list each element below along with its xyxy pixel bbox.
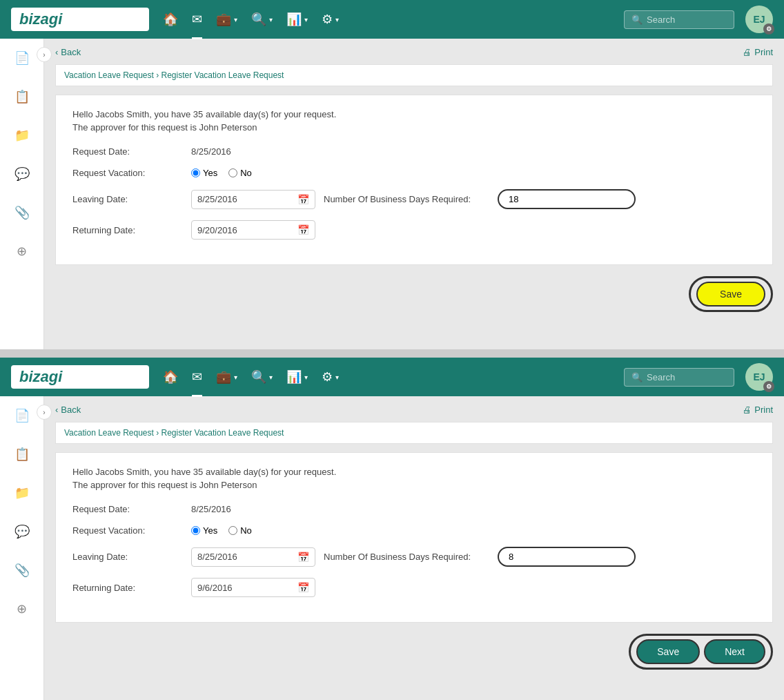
print-icon-1: 🖨: [743, 47, 752, 57]
avatar-gear-icon-1: ⚙: [763, 23, 774, 35]
sidebar-doc-icon-2[interactable]: 📄: [8, 402, 36, 429]
main-content-1: ‹ Back 🖨 Print Vacation Leave Request › …: [44, 39, 784, 349]
radio-no-1[interactable]: No: [228, 168, 252, 178]
breadcrumb-2: Vacation Leave Request › Register Vacati…: [55, 422, 773, 444]
leaving-date-label-1: Leaving Date:: [72, 194, 183, 204]
back-link-1[interactable]: ‹ Back: [55, 47, 81, 57]
navbar-2: bizagi 🏠 ✉ 💼 ▾ 🔍 ▾ 📊 ▾ ⚙ ▾ 🔍 EJ ⚙: [0, 358, 784, 396]
navbar-icons-2: 🏠 ✉ 💼 ▾ 🔍 ▾ 📊 ▾ ⚙ ▾: [163, 369, 624, 385]
radio-yes-1[interactable]: Yes: [191, 168, 217, 178]
sidebar-chat-icon-2[interactable]: 💬: [8, 518, 36, 545]
leaving-date-input-1[interactable]: 8/25/2016 📅: [191, 190, 315, 209]
sidebar-list-icon-2[interactable]: 📋: [8, 440, 36, 468]
leaving-date-row-2: Leaving Date: 8/25/2016 📅 Number Of Busi…: [72, 547, 756, 567]
request-vacation-row-1: Request Vacation: Yes No: [72, 168, 756, 178]
back-chevron-icon-1: ‹: [55, 47, 58, 57]
button-area-1: Save: [55, 276, 773, 312]
search-input-1[interactable]: [647, 14, 723, 25]
returning-date-input-1[interactable]: 9/20/2016 📅: [191, 220, 315, 240]
next-button[interactable]: Next: [704, 639, 765, 664]
briefcase-nav-icon-2[interactable]: 💼 ▾: [216, 369, 237, 385]
returning-date-label-1: Returning Date:: [72, 225, 183, 235]
calendar-icon-1: 📅: [297, 194, 309, 205]
print-link-1[interactable]: 🖨 Print: [743, 47, 773, 57]
avatar-2[interactable]: EJ ⚙: [745, 363, 773, 391]
layout-1: › 📄 📋 📁 💬 📎 ⊕ ‹ Back 🖨 Print Vacatio: [0, 39, 784, 349]
navbar-icons: 🏠 ✉ 💼 ▾ 🔍 ▾ 📊 ▾ ⚙ ▾: [163, 12, 624, 27]
bizagi-logo-2: bizagi: [11, 365, 149, 389]
business-days-label-1: Number Of Business Days Required:: [324, 194, 489, 204]
leaving-date-label-2: Leaving Date:: [72, 552, 183, 562]
print-icon-2: 🖨: [743, 405, 752, 415]
form-approver-2: The approver for this request is John Pe…: [72, 480, 756, 490]
request-date-label-2: Request Date:: [72, 504, 183, 514]
sidebar-chat-icon[interactable]: 💬: [8, 160, 36, 188]
sidebar-1: › 📄 📋 📁 💬 📎 ⊕: [0, 39, 44, 349]
request-vacation-row-2: Request Vacation: Yes No: [72, 525, 756, 536]
sidebar-toggle-1[interactable]: ›: [37, 47, 52, 62]
business-days-input-2[interactable]: [498, 547, 636, 567]
sidebar-list-icon[interactable]: 📋: [8, 83, 36, 110]
sidebar-attach-icon-2[interactable]: 📎: [8, 556, 36, 584]
request-date-value-1: 8/25/2016: [191, 146, 231, 157]
save-button-1[interactable]: Save: [696, 282, 765, 307]
inbox-nav-icon-2[interactable]: ✉: [192, 369, 202, 385]
briefcase-nav-icon[interactable]: 💼 ▾: [216, 12, 237, 27]
returning-date-row-1: Returning Date: 9/20/2016 📅: [72, 220, 756, 240]
calendar-icon-2: 📅: [297, 224, 309, 235]
bizagi-logo: bizagi: [11, 8, 149, 31]
search-box-2[interactable]: 🔍: [624, 368, 734, 387]
sidebar-network-icon[interactable]: ⊕: [8, 237, 36, 265]
home-nav-icon[interactable]: 🏠: [163, 12, 178, 27]
search-nav-icon-2[interactable]: 🔍 ▾: [251, 369, 273, 385]
radio-group-2: Yes No: [191, 525, 252, 536]
calendar-icon-3: 📅: [297, 552, 309, 563]
settings-nav-icon[interactable]: ⚙ ▾: [322, 12, 339, 27]
leaving-date-row-1: Leaving Date: 8/25/2016 📅 Number Of Busi…: [72, 189, 756, 209]
request-date-label-1: Request Date:: [72, 146, 183, 157]
sidebar-attach-icon[interactable]: 📎: [8, 199, 36, 226]
form-approver-1: The approver for this request is John Pe…: [72, 122, 756, 133]
section-divider: [0, 349, 784, 358]
layout-2: › 📄 📋 📁 💬 📎 ⊕ ‹ Back 🖨 Print Vacatio: [0, 396, 784, 700]
leaving-date-input-2[interactable]: 8/25/2016 📅: [191, 547, 315, 567]
sidebar-2: › 📄 📋 📁 💬 📎 ⊕: [0, 396, 44, 700]
avatar-gear-icon-2: ⚙: [763, 381, 774, 392]
returning-date-label-2: Returning Date:: [72, 583, 183, 593]
form-greeting-2: Hello Jacobs Smith, you have 35 availabl…: [72, 467, 756, 477]
returning-date-row-2: Returning Date: 9/6/2016 📅: [72, 578, 756, 597]
inbox-nav-icon[interactable]: ✉: [192, 12, 202, 27]
avatar-1[interactable]: EJ ⚙: [745, 6, 773, 33]
save-button-2[interactable]: Save: [636, 639, 700, 664]
topbar-1: ‹ Back 🖨 Print: [55, 47, 773, 57]
settings-nav-icon-2[interactable]: ⚙ ▾: [322, 369, 339, 385]
sidebar-doc-icon[interactable]: 📄: [8, 44, 36, 72]
back-link-2[interactable]: ‹ Back: [55, 405, 81, 415]
search-icon-1: 🔍: [631, 14, 643, 25]
search-input-2[interactable]: [647, 372, 723, 382]
sidebar-toggle-2[interactable]: ›: [37, 405, 52, 420]
radio-group-1: Yes No: [191, 168, 252, 178]
search-box-1[interactable]: 🔍: [624, 10, 734, 29]
sidebar-folder-icon-2[interactable]: 📁: [8, 479, 36, 507]
breadcrumb-1: Vacation Leave Request › Register Vacati…: [55, 64, 773, 86]
topbar-2: ‹ Back 🖨 Print: [55, 405, 773, 415]
chart-nav-icon-2[interactable]: 📊 ▾: [286, 369, 308, 385]
sidebar-network-icon-2[interactable]: ⊕: [8, 595, 36, 623]
returning-date-input-2[interactable]: 9/6/2016 📅: [191, 578, 315, 597]
panel-2: bizagi 🏠 ✉ 💼 ▾ 🔍 ▾ 📊 ▾ ⚙ ▾ 🔍 EJ ⚙: [0, 358, 784, 700]
business-days-label-2: Number Of Business Days Required:: [324, 552, 489, 562]
form-card-2: Hello Jacobs Smith, you have 35 availabl…: [55, 452, 773, 623]
search-nav-icon[interactable]: 🔍 ▾: [251, 12, 273, 27]
radio-no-2[interactable]: No: [228, 525, 252, 536]
business-days-input-1[interactable]: [498, 189, 636, 209]
request-vacation-label-1: Request Vacation:: [72, 168, 183, 178]
chart-nav-icon[interactable]: 📊 ▾: [286, 12, 308, 27]
main-content-2: ‹ Back 🖨 Print Vacation Leave Request › …: [44, 396, 784, 700]
panel-1: bizagi 🏠 ✉ 💼 ▾ 🔍 ▾ 📊 ▾ ⚙ ▾ 🔍 EJ ⚙: [0, 0, 784, 349]
home-nav-icon-2[interactable]: 🏠: [163, 369, 178, 385]
print-link-2[interactable]: 🖨 Print: [743, 405, 773, 415]
radio-yes-2[interactable]: Yes: [191, 525, 217, 536]
request-date-value-2: 8/25/2016: [191, 504, 231, 514]
sidebar-folder-icon[interactable]: 📁: [8, 121, 36, 149]
